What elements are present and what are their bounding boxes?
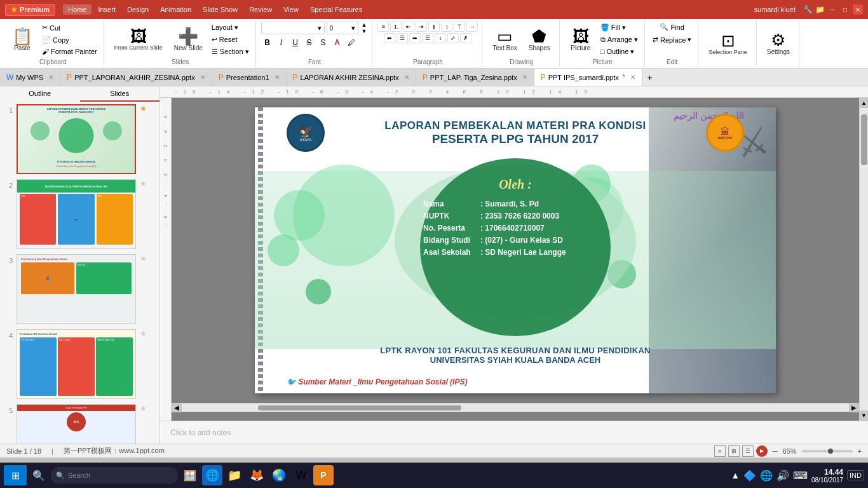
search-taskbar-button[interactable]: 🔍: [29, 465, 49, 485]
bold-button[interactable]: B: [261, 36, 274, 49]
spacing-button[interactable]: ⤢: [447, 33, 459, 43]
close-tiga-zesina[interactable]: ✕: [522, 74, 527, 81]
tab-review[interactable]: Review: [244, 4, 277, 15]
taskbar-search[interactable]: 🔍 Search: [51, 467, 178, 484]
volume-icon[interactable]: 🔊: [776, 470, 789, 482]
slide-star-3[interactable]: ★: [140, 254, 149, 263]
bullets-button[interactable]: ≡: [377, 22, 389, 32]
firefox-button[interactable]: 🦊: [247, 465, 267, 485]
add-tab-button[interactable]: +: [642, 72, 658, 83]
language-indicator[interactable]: IND: [847, 470, 864, 480]
scroll-up-button[interactable]: ▲: [860, 98, 868, 108]
doc-tab-pres1[interactable]: P Presentation1 ✕: [212, 69, 287, 86]
font-name-selector[interactable]: ▾: [261, 22, 325, 34]
close-sumardi[interactable]: ✕: [630, 74, 635, 81]
v-scroll-track[interactable]: [860, 108, 868, 410]
font-size-selector[interactable]: 0 ▾: [327, 22, 358, 34]
v-scroll-thumb[interactable]: [861, 114, 867, 165]
column-button[interactable]: ⫿: [428, 22, 440, 32]
play-button[interactable]: ▶: [756, 445, 768, 457]
slide-image-3[interactable]: Peta Konsep Ilmu Pengetahuan Sosial 👤 Ad…: [17, 254, 136, 324]
outline-view-button[interactable]: ☰: [742, 445, 754, 457]
slide-star-5[interactable]: ★: [140, 404, 149, 413]
underline-button[interactable]: U: [289, 36, 302, 49]
tab-view[interactable]: View: [278, 4, 304, 15]
maximize-button[interactable]: □: [840, 4, 850, 15]
tab-special[interactable]: Special Features: [305, 4, 368, 15]
reset-button[interactable]: ↩ Reset: [209, 34, 252, 45]
slide-star-1[interactable]: ★: [140, 104, 149, 113]
outline-tab[interactable]: Outline: [0, 86, 80, 102]
numbers-button[interactable]: 1.: [390, 22, 402, 32]
doc-tab-mywps[interactable]: W My WPS ✕: [0, 69, 60, 86]
network-icon[interactable]: 🌐: [760, 470, 773, 482]
tab-home[interactable]: Home: [63, 4, 92, 15]
edge-button[interactable]: 🌐: [202, 465, 222, 485]
selection-pane-button[interactable]: ⊡ Selection Pane: [703, 30, 752, 58]
text-arrow-button[interactable]: →: [466, 22, 478, 32]
strikethrough-button[interactable]: S: [303, 36, 316, 49]
from-current-slide-button[interactable]: 🖼 From Current Slide: [109, 25, 168, 53]
line-spacing-button[interactable]: ↕: [435, 33, 446, 43]
font-size-decrease-button[interactable]: ▼: [360, 28, 369, 34]
paste-button[interactable]: 📋 Paste: [6, 25, 38, 54]
clock[interactable]: 14.44 08/10/2017: [811, 468, 843, 484]
chrome-button[interactable]: 🌏: [269, 465, 289, 485]
close-mywps[interactable]: ✕: [48, 74, 53, 81]
indent-increase-button[interactable]: ⇥: [416, 22, 427, 32]
scroll-down-button[interactable]: ▼: [860, 410, 868, 421]
tab-animation[interactable]: Animation: [155, 4, 196, 15]
h-scroll-thumb[interactable]: [258, 405, 461, 410]
slide-thumb-2[interactable]: 2 MATERI BIDANG ILMU PENGETAHUAN SOSIAL …: [3, 179, 157, 249]
format-painter-button[interactable]: 🖌 Format Painter: [39, 46, 100, 57]
keyboard-icon[interactable]: ⌨: [793, 470, 808, 482]
horizontal-scrollbar[interactable]: ◀ ▶: [172, 403, 859, 412]
align-right-button[interactable]: ➡: [409, 33, 421, 43]
main-slide[interactable]: ⚔: [255, 107, 776, 393]
copy-button[interactable]: 📄 Copy: [39, 34, 100, 45]
zoom-minus[interactable]: ─: [773, 447, 778, 455]
task-view-button[interactable]: 🪟: [180, 465, 200, 485]
grid-view-button[interactable]: ⊞: [728, 445, 740, 457]
slide-image-5[interactable]: Tujuan Pembelajaran IPS IPS Tujuan Pembe…: [17, 404, 136, 444]
highlight-button[interactable]: 🖊: [345, 36, 358, 49]
doc-tab-laporan1[interactable]: P PPT_LAPORAN_AKHIR_ZESINA.pptx ✕: [60, 69, 212, 86]
arrange-button[interactable]: ⧉ Arrange ▾: [598, 34, 641, 45]
close-button[interactable]: ✕: [853, 4, 863, 15]
start-button[interactable]: ⊞: [4, 465, 27, 485]
text-direction-button[interactable]: ↕: [441, 22, 452, 32]
layout-button[interactable]: Layout ▾: [209, 22, 252, 33]
picture-button[interactable]: 🖼 Picture: [565, 25, 597, 54]
slide-image-2[interactable]: MATERI BIDANG ILMU PENGETAHUAN SOSIAL IP…: [17, 179, 136, 249]
new-slide-button[interactable]: ➕ New Slide: [169, 25, 208, 54]
slide-thumb-4[interactable]: 4 Perbedaan IPS dan Ilmu Sosial IPS seme…: [3, 329, 157, 399]
wps-word-button[interactable]: W: [291, 465, 311, 485]
minimize-button[interactable]: ─: [827, 4, 837, 15]
doc-tab-tiga-zesina[interactable]: P PPT_LAP. Tiga_Zesina.pptx ✕: [416, 69, 534, 86]
slide-image-4[interactable]: Perbedaan IPS dan Ilmu Sosial IPS sement…: [17, 329, 136, 399]
folder-icon[interactable]: 📁: [815, 5, 825, 14]
zoom-plus[interactable]: +: [858, 447, 862, 455]
vertical-scrollbar[interactable]: ▲ ▼: [859, 98, 868, 421]
close-laporan1[interactable]: ✕: [200, 74, 205, 81]
wps-presentation-button[interactable]: P: [313, 465, 334, 485]
notes-bar[interactable]: Click to add notes: [160, 421, 868, 444]
shadow-button[interactable]: S: [317, 36, 330, 49]
slides-tab[interactable]: Slides: [80, 86, 160, 102]
align-justify-button[interactable]: ☰: [422, 33, 433, 43]
scroll-left-button[interactable]: ◀: [172, 403, 182, 412]
replace-button[interactable]: ⇄ Replace ▾: [650, 34, 694, 45]
text-box-button[interactable]: ▭ Text Box: [487, 25, 522, 54]
font-color-button[interactable]: A: [331, 36, 344, 49]
slide-star-4[interactable]: ★: [140, 329, 149, 338]
scroll-right-button[interactable]: ▶: [849, 403, 859, 412]
slide-star-2[interactable]: ★: [140, 179, 149, 188]
h-scroll-track[interactable]: [182, 403, 849, 412]
slide-thumb-5[interactable]: 5 Tujuan Pembelajaran IPS IPS Tujuan Pem…: [3, 404, 157, 444]
doc-tab-sumardi[interactable]: P PPT IPS_sumardi.pptx * ✕: [534, 69, 642, 86]
italic-button[interactable]: I: [275, 36, 288, 49]
tab-insert[interactable]: Insert: [93, 4, 121, 15]
cut-button[interactable]: ✂ Cut: [39, 22, 100, 33]
clear-format-button[interactable]: ✗: [460, 33, 471, 43]
close-laporan-akhir[interactable]: ✕: [404, 74, 409, 81]
